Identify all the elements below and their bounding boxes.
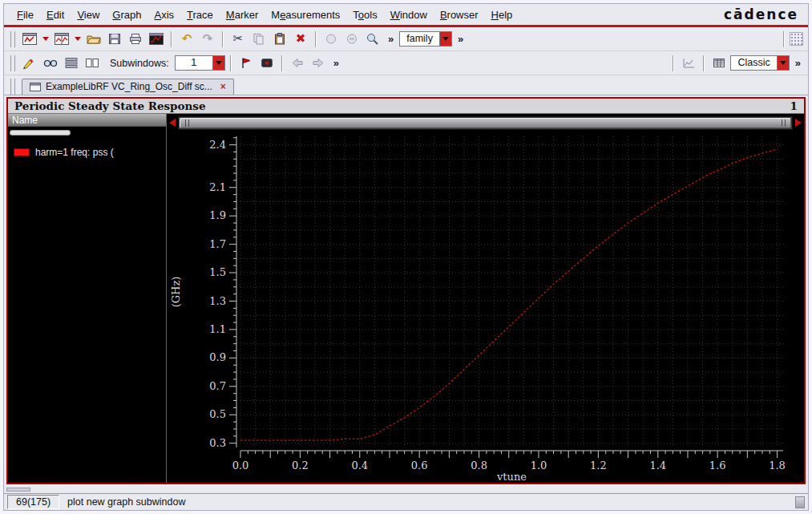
panel-scrollbar[interactable] bbox=[10, 130, 71, 136]
toolbar-separator bbox=[673, 55, 674, 71]
svg-text:0.4: 0.4 bbox=[351, 459, 368, 472]
legend-list: harm=1 freq: pss ( bbox=[8, 145, 166, 160]
svg-text:1.2: 1.2 bbox=[590, 459, 607, 472]
svg-text:0.8: 0.8 bbox=[471, 459, 487, 472]
menu-edit[interactable]: Edit bbox=[40, 7, 71, 22]
menu-file[interactable]: File bbox=[10, 7, 40, 22]
menubar: FileEditViewGraphAxisTraceMarkerMeasurem… bbox=[4, 4, 808, 25]
graph-title: Periodic Steady State Response bbox=[14, 99, 206, 112]
subwindows-combo[interactable]: 1 bbox=[175, 55, 225, 71]
chart-tool-button[interactable] bbox=[679, 54, 698, 73]
svg-text:vtune: vtune bbox=[496, 471, 527, 483]
scroll-left-arrow-icon[interactable] bbox=[169, 119, 176, 127]
probe-button[interactable] bbox=[20, 54, 39, 73]
flag-button[interactable] bbox=[236, 54, 256, 73]
trace-color-swatch bbox=[14, 148, 30, 156]
menu-help[interactable]: Help bbox=[485, 7, 519, 22]
svg-text:1.9: 1.9 bbox=[209, 209, 226, 221]
save-button[interactable] bbox=[105, 30, 124, 49]
svg-text:0.0: 0.0 bbox=[232, 459, 249, 472]
new-graph-window-button[interactable] bbox=[20, 30, 39, 49]
redo-icon: ↷ bbox=[203, 33, 213, 45]
family-combo-dropdown-button[interactable] bbox=[439, 32, 451, 46]
plot-window-button[interactable] bbox=[147, 30, 166, 49]
mini-scrollbar[interactable] bbox=[6, 488, 30, 492]
strip-mode-button[interactable] bbox=[62, 54, 81, 73]
menu-axis[interactable]: Axis bbox=[147, 7, 180, 22]
undo-button[interactable]: ↶ bbox=[177, 30, 196, 49]
preview-button[interactable] bbox=[41, 54, 60, 73]
zoom-in-button[interactable] bbox=[321, 30, 341, 49]
split-subwindows-button[interactable] bbox=[83, 54, 102, 73]
status-indicator-icon bbox=[260, 57, 274, 69]
delete-button[interactable]: ✖ bbox=[291, 30, 310, 49]
new-subwindow-dropdown-button[interactable] bbox=[73, 31, 83, 47]
open-button[interactable] bbox=[84, 30, 103, 49]
copy-button[interactable] bbox=[249, 30, 269, 49]
back-button[interactable] bbox=[288, 54, 307, 73]
zoom-out-button[interactable] bbox=[342, 30, 362, 49]
menu-window[interactable]: Window bbox=[384, 7, 434, 22]
menu-browser[interactable]: Browser bbox=[434, 7, 485, 22]
scrollbar-thumb[interactable] bbox=[180, 118, 791, 128]
toolbar-main: ↶ ↷ ✂ ✖ bbox=[4, 27, 808, 51]
toolbar-secondary: Subwindows: 1 bbox=[4, 51, 808, 75]
plot-area[interactable]: 0.00.20.40.60.81.01.21.41.61.8vtune2.42.… bbox=[167, 132, 804, 483]
table-grid-icon bbox=[712, 57, 726, 69]
redo-button[interactable]: ↷ bbox=[198, 30, 217, 49]
menu-measurements[interactable]: Measurements bbox=[265, 7, 346, 22]
pencil-probe-icon bbox=[22, 57, 37, 70]
tabbar-handle[interactable] bbox=[10, 79, 15, 95]
style-combo[interactable]: Classic bbox=[730, 55, 789, 71]
split-panes-icon bbox=[85, 57, 99, 69]
table-view-button[interactable] bbox=[709, 54, 729, 73]
scroll-right-arrow-icon[interactable] bbox=[795, 119, 802, 127]
flag-icon bbox=[239, 57, 253, 69]
print-button[interactable] bbox=[126, 30, 145, 49]
new-subwindow-button[interactable] bbox=[52, 30, 71, 49]
zoom-fit-button[interactable] bbox=[363, 30, 382, 49]
toolbar-handle[interactable] bbox=[10, 31, 15, 47]
toolbar-overflow-chevron[interactable]: » bbox=[388, 33, 394, 45]
indicator-button[interactable] bbox=[257, 54, 277, 73]
zoom-out-icon bbox=[345, 33, 359, 45]
graph-body: Name harm=1 freq: pss ( bbox=[8, 114, 804, 483]
graph-area: Periodic Steady State Response 1 Name ha… bbox=[4, 95, 808, 486]
chart-svg[interactable]: 0.00.20.40.60.81.01.21.41.61.8vtune2.42.… bbox=[167, 132, 804, 483]
forward-button[interactable] bbox=[309, 54, 328, 73]
style-combo-dropdown-button[interactable] bbox=[777, 56, 789, 70]
window-icon bbox=[30, 83, 41, 91]
trace-legend-item[interactable]: harm=1 freq: pss ( bbox=[8, 145, 166, 160]
plot-h-scrollbar[interactable] bbox=[167, 114, 804, 132]
toolbar-overflow-chevron[interactable]: » bbox=[795, 57, 801, 69]
app-window: FileEditViewGraphAxisTraceMarkerMeasurem… bbox=[3, 3, 809, 511]
print-icon bbox=[128, 33, 143, 45]
subwindows-combo-value: 1 bbox=[176, 56, 212, 70]
menu-marker[interactable]: Marker bbox=[220, 7, 265, 22]
name-column-header[interactable]: Name bbox=[8, 114, 166, 127]
menu-items: FileEditViewGraphAxisTraceMarkerMeasurem… bbox=[10, 7, 519, 22]
menu-trace[interactable]: Trace bbox=[180, 7, 220, 22]
toolbar-overflow-chevron[interactable]: » bbox=[458, 33, 463, 45]
magnifier-icon bbox=[366, 33, 380, 45]
tab-example-librf[interactable]: ExampleLibRF VC_Ring_Osc_Diff sc... × bbox=[22, 79, 234, 95]
family-combo[interactable]: family bbox=[399, 31, 452, 47]
dropdown-arrow-icon bbox=[42, 37, 49, 41]
tab-close-button[interactable]: × bbox=[220, 81, 226, 92]
menu-tools[interactable]: Tools bbox=[346, 7, 383, 22]
undo-icon: ↶ bbox=[182, 33, 192, 45]
status-scroll-handle[interactable] bbox=[795, 496, 805, 508]
paste-button[interactable] bbox=[270, 30, 289, 49]
toolbar-overflow-chevron[interactable]: » bbox=[333, 57, 339, 69]
toolbar-dock-grip[interactable] bbox=[790, 32, 803, 46]
toolbar-handle[interactable] bbox=[10, 55, 15, 71]
menu-graph[interactable]: Graph bbox=[106, 7, 147, 22]
new-window-dropdown-button[interactable] bbox=[41, 31, 50, 47]
back-arrow-icon bbox=[290, 57, 305, 69]
cut-button[interactable]: ✂ bbox=[228, 30, 248, 49]
graph-window: Periodic Steady State Response 1 Name ha… bbox=[6, 97, 806, 484]
zoom-in-icon bbox=[324, 33, 338, 45]
menu-view[interactable]: View bbox=[71, 7, 106, 22]
subwindows-combo-dropdown-button[interactable] bbox=[212, 56, 224, 70]
scrollbar-channel[interactable] bbox=[178, 116, 793, 130]
